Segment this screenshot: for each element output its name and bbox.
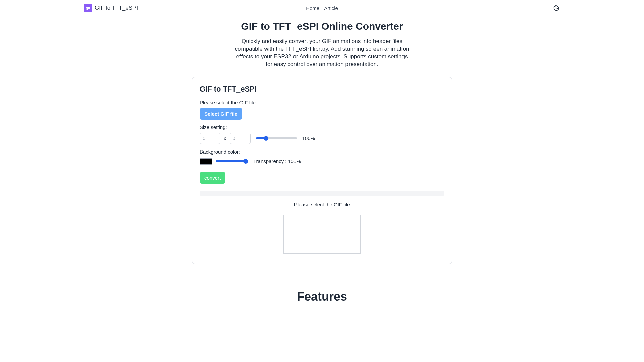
svg-point-1 [558, 7, 558, 8]
size-percent-text: 100% [302, 135, 315, 141]
transparency-text: Transparency : 100% [253, 158, 301, 164]
bg-color-picker[interactable] [200, 158, 212, 165]
transparency-slider[interactable] [216, 160, 248, 162]
status-text: Please select the GIF file [200, 202, 444, 207]
bg-color-label: Background color: [200, 149, 444, 155]
size-scale-slider[interactable] [256, 137, 297, 139]
nav-article[interactable]: Article [324, 5, 338, 11]
top-nav: Home Article [306, 5, 338, 11]
svg-point-0 [558, 6, 558, 7]
page-description: Quickly and easily convert your GIF anim… [235, 38, 409, 68]
size-setting-label: Size setting: [200, 124, 444, 130]
width-input[interactable] [200, 133, 220, 144]
converter-card: GIF to TFT_eSPI Please select the GIF fi… [192, 77, 452, 264]
nav-home[interactable]: Home [306, 5, 319, 11]
brand-text: GIF to TFT_eSPI [95, 5, 138, 11]
preview-box [283, 215, 361, 254]
card-title: GIF to TFT_eSPI [200, 85, 444, 94]
brand-logo-icon: gif [84, 4, 92, 12]
convert-button[interactable]: convert [200, 172, 225, 184]
theme-toggle-button[interactable] [553, 4, 560, 12]
moon-icon [553, 5, 560, 11]
features-heading: Features [0, 290, 644, 304]
brand[interactable]: gif GIF to TFT_eSPI [84, 4, 138, 12]
dimension-separator: x [224, 135, 226, 141]
select-file-button[interactable]: Select GIF file [200, 108, 242, 120]
page-title: GIF to TFT_eSPI Online Converter [0, 21, 644, 32]
select-file-label: Please select the GIF file [200, 100, 444, 105]
progress-bar [200, 191, 444, 196]
height-input[interactable] [230, 133, 251, 144]
